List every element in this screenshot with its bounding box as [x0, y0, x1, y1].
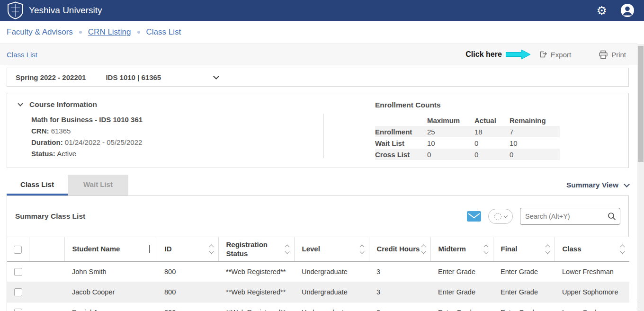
- university-shield-logo: [8, 1, 23, 19]
- photo-cell: [29, 302, 64, 311]
- duration-value: 01/24/2022 - 05/25/2022: [65, 138, 142, 146]
- row-checkbox[interactable]: [14, 268, 22, 276]
- row-checkbox[interactable]: [14, 288, 22, 296]
- column-credit-hours[interactable]: Credit Hours: [369, 237, 430, 262]
- enrollment-counts-heading: Enrollment Counts: [375, 101, 560, 109]
- status-line: Status: Active: [31, 150, 323, 158]
- photo-cell: [29, 282, 64, 302]
- status-label: Status:: [31, 150, 55, 158]
- row-checkbox[interactable]: [14, 309, 22, 311]
- registration-status-cell: **Web Registered**: [218, 302, 294, 311]
- annotation-arrow-icon: [506, 49, 531, 60]
- page-title: Class List: [7, 51, 37, 59]
- column-final[interactable]: Final: [493, 237, 555, 262]
- sort-icons: [484, 245, 490, 253]
- view-selector-chevron-down-icon: [624, 181, 630, 187]
- export-label: Export: [551, 51, 571, 59]
- student-name-cell[interactable]: Daniel Jones: [64, 302, 157, 311]
- registration-status-cell: **Web Registered**: [218, 262, 294, 282]
- midterm-grade-cell[interactable]: Enter Grade: [430, 262, 493, 282]
- brand: Yeshiva University: [8, 1, 102, 19]
- top-navbar: Yeshiva University ⚙: [0, 0, 644, 21]
- course-title: Math for Business - IDS 1010 361: [31, 116, 323, 124]
- photo-cell: [29, 262, 64, 282]
- breadcrumb-separator-icon: [137, 31, 140, 34]
- final-grade-cell[interactable]: Enter Grade: [493, 302, 555, 311]
- midterm-grade-cell[interactable]: Enter Grade: [430, 282, 493, 302]
- student-name-cell[interactable]: Jacob Cooper: [64, 282, 157, 302]
- column-id[interactable]: ID: [157, 237, 218, 262]
- printer-icon: [599, 50, 608, 59]
- scrollbar-thumb[interactable]: [638, 46, 644, 162]
- course-label: IDS 1010 | 61365: [106, 73, 161, 81]
- credit-hours-cell: 3: [369, 262, 430, 282]
- class-standing-cell: Lower Sophomore: [555, 302, 629, 311]
- breadcrumb-class-list: Class List: [146, 27, 181, 37]
- breadcrumb-faculty-advisors[interactable]: Faculty & Advisors: [7, 27, 73, 37]
- email-button[interactable]: [467, 211, 481, 222]
- course-information-heading: Course Information: [29, 100, 97, 109]
- breadcrumb-separator-icon: [79, 31, 82, 34]
- table-row: John Smith 800 **Web Registered** Underg…: [7, 262, 629, 282]
- midterm-grade-cell[interactable]: Enter Grade: [430, 302, 493, 311]
- column-registration-status[interactable]: Registration Status: [218, 237, 294, 262]
- status-value: Active: [57, 150, 76, 158]
- export-button[interactable]: Export: [539, 50, 571, 59]
- print-label: Print: [611, 51, 626, 59]
- term-label: Spring 2022 - 202201: [16, 73, 86, 81]
- table-row: Daniel Jones 800 **Web Registered** Unde…: [7, 302, 629, 311]
- course-information-toggle[interactable]: Course Information: [18, 100, 323, 109]
- column-class[interactable]: Class: [555, 237, 629, 262]
- final-grade-cell[interactable]: Enter Grade: [493, 262, 555, 282]
- cross-list-row: Cross List 0 0 0: [375, 149, 560, 160]
- final-grade-cell[interactable]: Enter Grade: [493, 282, 555, 302]
- sort-icons: [546, 245, 552, 253]
- crn-value: 61365: [51, 127, 71, 135]
- tab-class-list[interactable]: Class List: [7, 175, 68, 195]
- settings-gear-icon[interactable]: ⚙: [597, 5, 607, 17]
- table-header-row: Student Name ID Registration Status: [7, 237, 629, 262]
- wait-list-row: Wait List 10 0 10: [375, 137, 560, 149]
- photo-column-header: [29, 237, 64, 262]
- term-selector-chevron-down-icon[interactable]: [213, 73, 219, 80]
- course-information-panel: Course Information Math for Business - I…: [7, 93, 629, 168]
- enrollment-row: Enrollment 25 18 7: [375, 126, 560, 137]
- id-cell: 800: [157, 302, 218, 311]
- term-course-selector[interactable]: Spring 2022 - 202201 IDS 1010 | 61365: [7, 68, 629, 87]
- column-midterm[interactable]: Midterm: [430, 237, 493, 262]
- tab-wait-list[interactable]: Wait List: [68, 175, 128, 195]
- annotation-click-here: Click here: [465, 50, 501, 59]
- credit-hours-cell: 3: [369, 282, 430, 302]
- duration-label: Duration:: [31, 138, 63, 146]
- sort-icons: [286, 245, 291, 253]
- class-standing-cell: Upper Sophomore: [555, 282, 629, 302]
- crn-label: CRN:: [31, 127, 49, 135]
- filter-button[interactable]: [488, 209, 513, 224]
- summary-class-list-heading: Summary Class List: [15, 212, 85, 221]
- col-remaining: Remaining: [510, 116, 560, 124]
- view-selector[interactable]: Summary View: [566, 181, 629, 189]
- breadcrumb: Faculty & Advisors CRN Listing Class Lis…: [0, 21, 644, 44]
- profile-icon[interactable]: [620, 3, 635, 18]
- summary-class-list-panel: Summary Class List: [7, 195, 629, 311]
- column-student-name[interactable]: Student Name: [64, 237, 157, 262]
- student-name-cell[interactable]: John Smith: [64, 262, 157, 282]
- scrollbar-down-arrow-icon[interactable]: [639, 301, 639, 309]
- brand-title: Yeshiva University: [29, 5, 102, 16]
- print-button[interactable]: Print: [599, 50, 626, 59]
- collapse-chevron-down-icon: [18, 101, 23, 106]
- sort-ascending-icon: [149, 245, 154, 253]
- column-level[interactable]: Level: [294, 237, 369, 262]
- credit-hours-cell: 3: [369, 302, 430, 311]
- level-cell: Undergraduate: [294, 302, 369, 311]
- vertical-scrollbar[interactable]: [637, 44, 644, 311]
- envelope-icon: [467, 211, 481, 222]
- registration-status-cell: **Web Registered**: [218, 282, 294, 302]
- level-cell: Undergraduate: [294, 262, 369, 282]
- filter-chevron-down-icon: [503, 214, 507, 218]
- breadcrumb-crn-listing[interactable]: CRN Listing: [88, 27, 131, 37]
- select-all-checkbox[interactable]: [14, 246, 22, 254]
- search-input[interactable]: [520, 208, 620, 225]
- enrollment-counts: Enrollment Counts Maximum Actual Remaini…: [324, 100, 560, 160]
- col-maximum: Maximum: [427, 116, 474, 124]
